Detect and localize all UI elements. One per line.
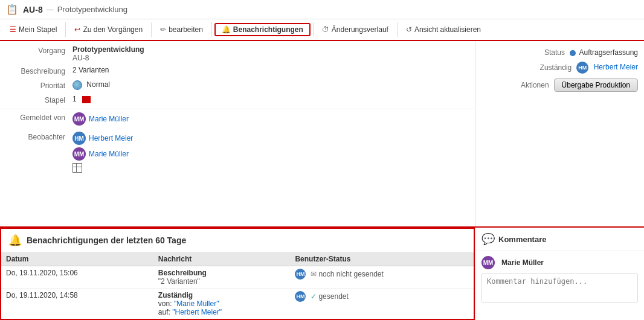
notifications-panel: 🔔 Benachrichtigungen der letzten 60 Tage… bbox=[0, 228, 475, 320]
vorgang-title: Prototypentwicklung bbox=[72, 45, 469, 54]
zustaendig-name[interactable]: Herbert Meier bbox=[594, 63, 638, 71]
toolbar-divider-4 bbox=[313, 22, 314, 37]
beobachter-name-2[interactable]: Marie Müller bbox=[89, 150, 129, 158]
page-container: 📋 AU-8 — Prototypentwicklung ☰ Mein Stap… bbox=[0, 0, 644, 320]
stack-icon: ☰ bbox=[10, 25, 16, 34]
row1-message: Beschreibung "2 Varianten" bbox=[153, 266, 291, 289]
vorgang-id: AU-8 bbox=[72, 54, 469, 62]
gemeldet-name[interactable]: Marie Müller bbox=[89, 115, 129, 123]
beobachter-avatar-1: HM bbox=[72, 132, 86, 145]
zu-den-vorgaengen-label: Zu den Vorgängen bbox=[83, 25, 143, 34]
stapel-label: Stapel bbox=[6, 95, 72, 104]
gemeldet-von-label: Gemeldet von bbox=[6, 112, 72, 122]
zustaendig-avatar: HM bbox=[576, 62, 588, 74]
ticket-title: Prototypentwicklung bbox=[57, 5, 127, 14]
stapel-number: 1 bbox=[72, 95, 77, 103]
row2-from-value[interactable]: "Marie Müller" bbox=[174, 299, 219, 308]
benachrichtigungen-label: Benachrichtigungen bbox=[233, 25, 303, 34]
bearbeiten-label: bearbeiten bbox=[169, 25, 203, 34]
row2-status-icon: ✓ bbox=[311, 292, 317, 301]
notifications-title: Benachrichtigungen der letzten 60 Tage bbox=[27, 235, 186, 245]
beobachter-label: Beobachter bbox=[6, 132, 72, 141]
status-row: Status Auftragserfassung bbox=[475, 46, 644, 59]
beobachter-name-1[interactable]: Herbert Meier bbox=[89, 134, 133, 142]
row2-user-badge: HM ✓ gesendet bbox=[295, 291, 469, 302]
notifications-header: 🔔 Benachrichtigungen der letzten 60 Tage bbox=[1, 229, 474, 252]
toolbar-divider-1 bbox=[65, 22, 66, 37]
stapel-value: 1 bbox=[72, 95, 469, 103]
row2-from: von: "Marie Müller" bbox=[158, 299, 286, 308]
ansicht-aktualisieren-button[interactable]: ↺ Ansicht aktualisieren bbox=[400, 23, 487, 36]
beobachter-value: HM Herbert Meier MM Marie Müller bbox=[72, 132, 469, 173]
beschreibung-label: Beschreibung bbox=[6, 66, 72, 75]
beschreibung-value: 2 Varianten bbox=[72, 66, 469, 74]
bell-icon: 🔔 bbox=[222, 25, 231, 34]
right-panel: Status Auftragserfassung Zuständig HM He… bbox=[475, 41, 644, 226]
gemeldet-von-value: MM Marie Müller bbox=[72, 112, 469, 128]
beobachter-person-1: HM Herbert Meier bbox=[72, 132, 469, 145]
title-bar: 📋 AU-8 — Prototypentwicklung bbox=[0, 0, 644, 19]
prioritaet-label: Priorität bbox=[6, 80, 72, 90]
gemeldet-von-row: Gemeldet von MM Marie Müller bbox=[0, 110, 475, 130]
zustaendig-row: Zuständig HM Herbert Meier bbox=[475, 59, 644, 76]
aktionen-label: Aktionen bbox=[521, 81, 549, 89]
comments-header: 💬 Kommentare bbox=[475, 228, 644, 251]
row1-status-text: noch nicht gesendet bbox=[318, 270, 383, 278]
bearbeiten-button[interactable]: ✏ bearbeiten bbox=[154, 23, 209, 36]
comments-title: Kommentare bbox=[498, 235, 546, 244]
row2-avatar: HM bbox=[295, 291, 306, 302]
title-separator: — bbox=[47, 5, 54, 14]
beobachter-table-icon-container bbox=[72, 163, 469, 173]
comment-section: MM Marie Müller bbox=[475, 251, 644, 310]
row2-status: HM ✓ gesendet bbox=[290, 289, 474, 319]
refresh-icon: ↺ bbox=[406, 25, 412, 34]
toolbar: ☰ Mein Stapel ↩ Zu den Vorgängen ✏ bearb… bbox=[0, 19, 644, 41]
row1-date: Do, 19.11.2020, 15:06 bbox=[1, 266, 153, 289]
bottom-area: 🔔 Benachrichtigungen der letzten 60 Tage… bbox=[0, 226, 644, 320]
comment-username: Marie Müller bbox=[501, 258, 544, 267]
mein-stapel-button[interactable]: ☰ Mein Stapel bbox=[4, 23, 63, 36]
comments-panel: 💬 Kommentare MM Marie Müller bbox=[475, 228, 644, 320]
beobachter-table-icon bbox=[72, 163, 82, 173]
notifications-icon: 🔔 bbox=[8, 234, 22, 247]
status-dot bbox=[570, 50, 576, 56]
row2-message: Zuständig von: "Marie Müller" auf: "Herb… bbox=[153, 289, 291, 319]
comment-avatar: MM bbox=[481, 256, 495, 269]
history-icon: ⏱ bbox=[322, 25, 329, 34]
beobachter-row: Beobachter HM Herbert Meier MM Marie Mül… bbox=[0, 130, 475, 174]
zu-den-vorgaengen-button[interactable]: ↩ Zu den Vorgängen bbox=[68, 23, 149, 36]
gemeldet-person-row: MM Marie Müller bbox=[72, 112, 469, 126]
status-value: Auftragserfassung bbox=[570, 48, 638, 57]
priority-text: Normal bbox=[86, 80, 110, 89]
row2-to-value[interactable]: "Herbert Meier" bbox=[172, 308, 222, 316]
vorgang-row: Vorgang Prototypentwicklung AU-8 bbox=[0, 43, 475, 64]
row1-status-icon: ✉ bbox=[311, 270, 317, 278]
toolbar-divider-3 bbox=[211, 22, 212, 37]
mein-stapel-label: Mein Stapel bbox=[19, 25, 57, 34]
stapel-icon bbox=[82, 96, 91, 103]
priority-icon bbox=[72, 80, 82, 90]
aktionen-row: Aktionen Übergabe Produktion bbox=[475, 76, 644, 94]
left-details: Vorgang Prototypentwicklung AU-8 Beschre… bbox=[0, 41, 475, 226]
row1-avatar: HM bbox=[295, 269, 306, 280]
vorgang-label: Vorgang bbox=[6, 45, 72, 55]
table-row: Do, 19.11.2020, 15:06 Beschreibung "2 Va… bbox=[1, 266, 474, 289]
table-row: Do, 19.11.2020, 14:58 Zuständig von: "Ma… bbox=[1, 289, 474, 319]
row2-date: Do, 19.11.2020, 14:58 bbox=[1, 289, 153, 319]
table-header-row: Datum Nachricht Benutzer-Status bbox=[1, 252, 474, 266]
row1-user-badge: HM ✉ noch nicht gesendet bbox=[295, 269, 469, 280]
col-benutzer-status: Benutzer-Status bbox=[290, 252, 474, 266]
row1-value: "2 Varianten" bbox=[158, 277, 286, 286]
beobachter-person-2: MM Marie Müller bbox=[72, 147, 469, 161]
comment-input[interactable] bbox=[481, 273, 638, 303]
uebergabe-produktion-button[interactable]: Übergabe Produktion bbox=[554, 78, 638, 92]
zustaendig-value: HM Herbert Meier bbox=[576, 62, 638, 74]
uebergabe-label: Übergabe Produktion bbox=[562, 81, 630, 89]
benachrichtigungen-button[interactable]: 🔔 Benachrichtigungen bbox=[214, 23, 311, 36]
comments-icon: 💬 bbox=[481, 232, 495, 246]
ticket-id: AU-8 bbox=[23, 5, 43, 14]
ansicht-aktualisieren-label: Ansicht aktualisieren bbox=[414, 25, 481, 34]
aenderungsverlauf-button[interactable]: ⏱ Änderungsverlauf bbox=[316, 23, 394, 36]
aenderungsverlauf-label: Änderungsverlauf bbox=[332, 25, 388, 34]
stapel-row: Stapel 1 bbox=[0, 93, 475, 107]
